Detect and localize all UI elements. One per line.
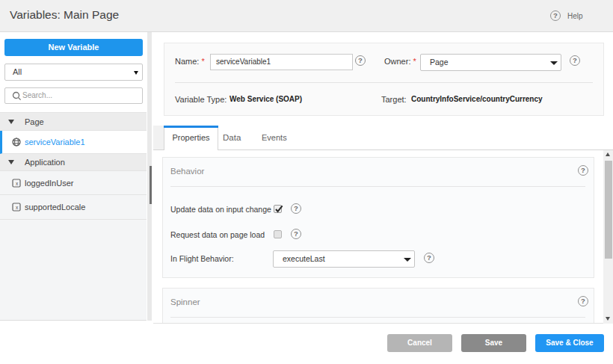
svg-text:x: x bbox=[16, 181, 19, 186]
svg-text:x: x bbox=[16, 205, 19, 210]
